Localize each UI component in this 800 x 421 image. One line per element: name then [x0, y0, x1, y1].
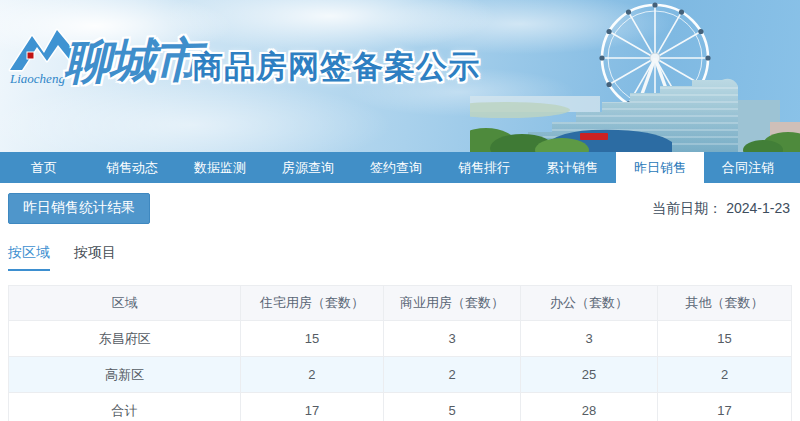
table-row-hightech-zone: 高新区 2 2 25 2	[9, 357, 792, 393]
nav-item-cumulative-sales[interactable]: 累计销售	[528, 152, 616, 183]
section-head: 昨日销售统计结果 当前日期： 2024-1-23	[0, 183, 800, 224]
table-row-total: 合计 17 5 28 17	[9, 393, 792, 421]
cell-residential: 2	[240, 357, 383, 393]
cell-other: 17	[658, 393, 792, 421]
cell-commercial: 2	[384, 357, 521, 393]
page: Liaocheng 聊城市 商品房网签备案公示 首页 销售动态 数据监测 房源查…	[0, 0, 800, 421]
nav-item-sales-dynamics[interactable]: 销售动态	[88, 152, 176, 183]
cell-other: 15	[658, 321, 792, 357]
logo-script-text: Liaocheng	[9, 71, 65, 86]
nav-item-sales-ranking[interactable]: 销售排行	[440, 152, 528, 183]
column-header-other: 其他（套数）	[658, 286, 792, 321]
section-title-badge: 昨日销售统计结果	[8, 193, 150, 224]
cell-office: 28	[521, 393, 658, 421]
nav-item-contract-search[interactable]: 签约查询	[352, 152, 440, 183]
nav-item-home[interactable]: 首页	[0, 152, 88, 183]
current-date: 当前日期： 2024-1-23	[652, 200, 790, 218]
cell-region: 高新区	[9, 357, 241, 393]
nav-item-listing-search[interactable]: 房源查询	[264, 152, 352, 183]
current-date-label: 当前日期：	[652, 200, 722, 216]
nav-item-contract-cancellation[interactable]: 合同注销	[704, 152, 792, 183]
column-header-residential: 住宅用房（套数）	[240, 286, 383, 321]
column-header-office: 办公（套数）	[521, 286, 658, 321]
cell-residential: 17	[240, 393, 383, 421]
sales-table-wrap: 区域 住宅用房（套数） 商业用房（套数） 办公（套数） 其他（套数） 东昌府区 …	[8, 285, 792, 421]
column-header-region: 区域	[9, 286, 241, 321]
cell-office: 3	[521, 321, 658, 357]
nav-item-yesterday-sales[interactable]: 昨日销售	[616, 152, 704, 183]
banner-title: 商品房网签备案公示	[192, 46, 480, 88]
table-header-row: 区域 住宅用房（套数） 商业用房（套数） 办公（套数） 其他（套数）	[9, 286, 792, 321]
column-header-commercial: 商业用房（套数）	[384, 286, 521, 321]
cell-other: 2	[658, 357, 792, 393]
current-date-value: 2024-1-23	[726, 200, 790, 216]
cell-office: 25	[521, 357, 658, 393]
content-area: 昨日销售统计结果 当前日期： 2024-1-23 按区域 按项目 区域 住宅用房…	[0, 183, 800, 421]
ferris-wheel-city-scene-image	[470, 0, 800, 152]
view-tabs: 按区域 按项目	[0, 224, 800, 271]
tab-by-project[interactable]: 按项目	[74, 244, 116, 271]
cell-region: 合计	[9, 393, 241, 421]
tab-by-region[interactable]: 按区域	[8, 244, 50, 271]
cell-commercial: 5	[384, 393, 521, 421]
table-row-dongchangfu: 东昌府区 15 3 3 15	[9, 321, 792, 357]
header-banner: Liaocheng 聊城市 商品房网签备案公示	[0, 0, 800, 152]
logo-city-text: 聊城市	[63, 29, 199, 94]
cell-region: 东昌府区	[9, 321, 241, 357]
cell-residential: 15	[240, 321, 383, 357]
sales-table: 区域 住宅用房（套数） 商业用房（套数） 办公（套数） 其他（套数） 东昌府区 …	[8, 285, 792, 421]
nav-item-data-monitoring[interactable]: 数据监测	[176, 152, 264, 183]
main-nav: 首页 销售动态 数据监测 房源查询 签约查询 销售排行 累计销售 昨日销售 合同…	[0, 152, 800, 183]
cell-commercial: 3	[384, 321, 521, 357]
